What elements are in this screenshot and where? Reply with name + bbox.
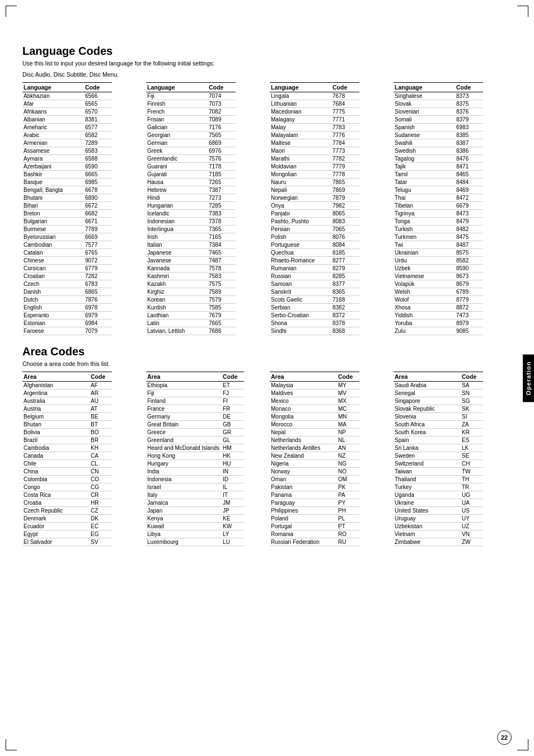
language-table-row: Maltese7784 [270, 139, 359, 147]
area-name: Turkey [394, 483, 461, 491]
area-table-row: AustraliaAU [22, 397, 112, 405]
area-code: IT [222, 491, 244, 499]
area-code: FI [222, 397, 244, 405]
language-code: 6590 [84, 163, 112, 171]
area-table-row: EgyptEG [22, 530, 112, 538]
language-table-row: Bengali; Bangla6678 [22, 186, 112, 194]
area-code: ZA [461, 421, 483, 429]
language-table-row: Urdu8582 [394, 257, 483, 265]
code-col-header-4: Code [455, 83, 483, 92]
language-code: 8381 [84, 116, 112, 124]
language-name: Bulgarian [22, 218, 84, 226]
language-table-row: Albanian8381 [22, 116, 112, 124]
language-code: 6577 [84, 124, 112, 132]
area-code: FJ [222, 389, 244, 397]
area-code: ES [461, 436, 483, 444]
language-name: Irish [146, 233, 208, 241]
area-code: CN [90, 468, 112, 476]
language-name: Bashkir [22, 171, 84, 179]
area-table-row: KuwaitKW [146, 523, 244, 530]
language-name: Mongolian [270, 171, 331, 179]
language-code: 8679 [455, 280, 483, 288]
language-code: 7168 [331, 296, 359, 304]
area-table-row: SloveniaSI [394, 413, 483, 421]
area-name: Brazil [22, 436, 90, 444]
area-table-row: NorwayNO [270, 468, 359, 476]
language-table-row: Georgian7565 [146, 132, 236, 139]
area-name: Sweden [394, 452, 461, 460]
lang-col-header-3: Language [270, 83, 331, 92]
area-name: Vietnam [394, 530, 461, 538]
language-name: Wolof [394, 296, 455, 304]
language-name: Uzbek [394, 265, 455, 273]
area-code: BR [90, 436, 112, 444]
area-code: CH [461, 460, 483, 468]
area-table-3: Area Code MalaysiaMYMaldivesMVMexicoMXMo… [270, 372, 359, 546]
language-code: 7473 [455, 312, 483, 320]
area-table-row: BhutanBT [22, 421, 112, 429]
language-table-row: Maori7773 [270, 147, 359, 155]
language-table-row: Vietnamese8673 [394, 273, 483, 280]
language-name: Afrikaans [22, 108, 84, 116]
area-table-row: LibyaLY [146, 530, 244, 538]
area-name: Congo [22, 483, 90, 491]
language-name: Moldavian [270, 163, 331, 171]
language-code: 6678 [84, 186, 112, 194]
language-table-row: Volapük8679 [394, 280, 483, 288]
acode-col-header-1: Code [90, 372, 112, 382]
language-codes-section: Language Codes Use this list to input yo… [22, 45, 512, 335]
language-table-row: Corsican6779 [22, 265, 112, 273]
area-name: Senegal [394, 389, 461, 397]
language-code: 7782 [331, 155, 359, 163]
language-code: 8377 [331, 280, 359, 288]
language-code: 7265 [208, 179, 236, 186]
language-code: 8378 [331, 320, 359, 327]
language-name: Somali [394, 116, 455, 124]
language-code: 7576 [208, 155, 236, 163]
language-code: 6984 [84, 320, 112, 327]
language-code: 7577 [84, 241, 112, 249]
area-name: Slovak Republic [394, 405, 461, 413]
area-table-row: PhilippinesPH [270, 507, 359, 515]
language-table-row: French7082 [146, 108, 236, 116]
language-table-row: Greenlandic7576 [146, 155, 236, 163]
language-name: Norwegian [270, 194, 331, 202]
language-code: 7579 [208, 296, 236, 304]
language-table-1: Language Code Abkhazian6566Afar6565Afrik… [22, 82, 112, 335]
language-code: 8084 [331, 241, 359, 249]
area-name: Slovenia [394, 413, 461, 421]
area-name: Thailand [394, 476, 461, 483]
language-code: 8185 [331, 249, 359, 257]
area-name: Afghanistan [22, 382, 90, 389]
language-table-row: Hungarian7285 [146, 202, 236, 210]
language-table-row: Greek6976 [146, 147, 236, 155]
language-table-col-4: Language Code Singhalese8373Slovak8375Sl… [394, 82, 512, 335]
language-name: Yiddish [394, 312, 455, 320]
area-code: EG [90, 530, 112, 538]
acode-col-header-2: Code [222, 372, 244, 382]
area-table-row: DenmarkDK [22, 515, 112, 523]
language-code: 7784 [331, 139, 359, 147]
area-table-row: RomaniaRO [270, 530, 359, 538]
language-code: 6779 [84, 265, 112, 273]
language-table-row: Portuguese8084 [270, 241, 359, 249]
language-code: 7589 [208, 288, 236, 296]
area-name: South Korea [394, 429, 461, 436]
language-code: 6983 [455, 124, 483, 132]
language-table-row: Irish7165 [146, 233, 236, 241]
language-table-row: Afrikaans6570 [22, 108, 112, 116]
area-name: Romania [270, 530, 337, 538]
language-name: Icelandic [146, 210, 208, 218]
language-code: 7771 [331, 116, 359, 124]
language-table-row: Moldavian7779 [270, 163, 359, 171]
language-code: 8484 [455, 179, 483, 186]
language-table-row: Kirghiz7589 [146, 288, 236, 296]
area-code: PT [337, 523, 359, 530]
area-code: LY [222, 530, 244, 538]
language-code: 8465 [455, 171, 483, 179]
language-code: 8076 [331, 233, 359, 241]
language-name: Shona [270, 320, 331, 327]
language-name: Finnish [146, 100, 208, 108]
area-code: CL [90, 460, 112, 468]
area-code: MC [337, 405, 359, 413]
